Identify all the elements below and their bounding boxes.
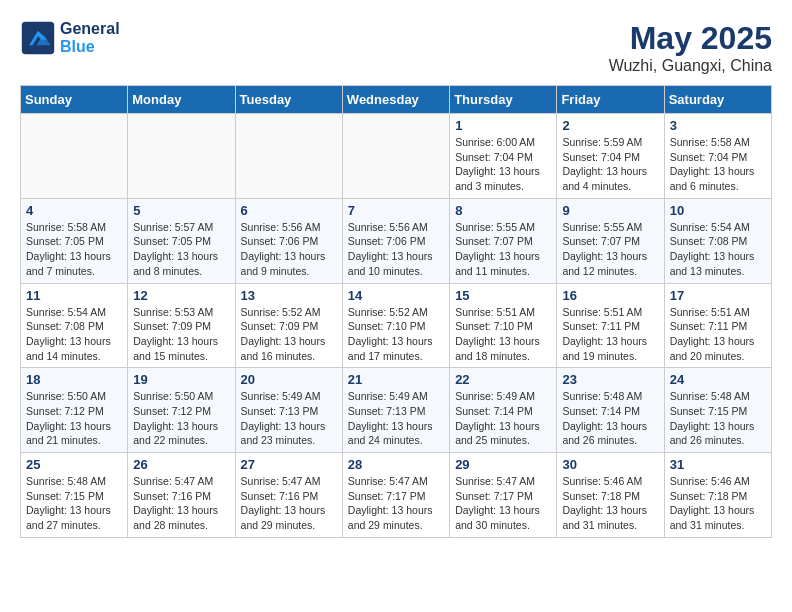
day-info: Sunrise: 5:51 AM Sunset: 7:11 PM Dayligh… [670, 305, 766, 364]
day-cell-23: 23Sunrise: 5:48 AM Sunset: 7:14 PM Dayli… [557, 368, 664, 453]
empty-cell [128, 114, 235, 199]
weekday-header-saturday: Saturday [664, 86, 771, 114]
day-number: 12 [133, 288, 229, 303]
day-info: Sunrise: 5:51 AM Sunset: 7:11 PM Dayligh… [562, 305, 658, 364]
page-header: General Blue May 2025 Wuzhi, Guangxi, Ch… [20, 20, 772, 75]
day-number: 30 [562, 457, 658, 472]
title-block: May 2025 Wuzhi, Guangxi, China [609, 20, 772, 75]
day-number: 26 [133, 457, 229, 472]
day-number: 21 [348, 372, 444, 387]
day-info: Sunrise: 5:48 AM Sunset: 7:15 PM Dayligh… [670, 389, 766, 448]
empty-cell [235, 114, 342, 199]
day-info: Sunrise: 5:53 AM Sunset: 7:09 PM Dayligh… [133, 305, 229, 364]
day-info: Sunrise: 5:52 AM Sunset: 7:09 PM Dayligh… [241, 305, 337, 364]
day-number: 1 [455, 118, 551, 133]
day-cell-8: 8Sunrise: 5:55 AM Sunset: 7:07 PM Daylig… [450, 198, 557, 283]
day-info: Sunrise: 5:48 AM Sunset: 7:14 PM Dayligh… [562, 389, 658, 448]
empty-cell [21, 114, 128, 199]
day-info: Sunrise: 5:55 AM Sunset: 7:07 PM Dayligh… [455, 220, 551, 279]
day-info: Sunrise: 5:54 AM Sunset: 7:08 PM Dayligh… [670, 220, 766, 279]
day-cell-6: 6Sunrise: 5:56 AM Sunset: 7:06 PM Daylig… [235, 198, 342, 283]
day-number: 16 [562, 288, 658, 303]
day-number: 23 [562, 372, 658, 387]
day-number: 18 [26, 372, 122, 387]
day-number: 13 [241, 288, 337, 303]
day-info: Sunrise: 5:47 AM Sunset: 7:17 PM Dayligh… [348, 474, 444, 533]
day-number: 28 [348, 457, 444, 472]
day-info: Sunrise: 5:52 AM Sunset: 7:10 PM Dayligh… [348, 305, 444, 364]
day-info: Sunrise: 5:55 AM Sunset: 7:07 PM Dayligh… [562, 220, 658, 279]
day-info: Sunrise: 5:47 AM Sunset: 7:16 PM Dayligh… [241, 474, 337, 533]
day-info: Sunrise: 5:59 AM Sunset: 7:04 PM Dayligh… [562, 135, 658, 194]
day-cell-26: 26Sunrise: 5:47 AM Sunset: 7:16 PM Dayli… [128, 453, 235, 538]
day-info: Sunrise: 5:50 AM Sunset: 7:12 PM Dayligh… [133, 389, 229, 448]
day-number: 14 [348, 288, 444, 303]
day-number: 20 [241, 372, 337, 387]
weekday-header-friday: Friday [557, 86, 664, 114]
day-number: 2 [562, 118, 658, 133]
day-cell-18: 18Sunrise: 5:50 AM Sunset: 7:12 PM Dayli… [21, 368, 128, 453]
empty-cell [342, 114, 449, 199]
day-cell-28: 28Sunrise: 5:47 AM Sunset: 7:17 PM Dayli… [342, 453, 449, 538]
day-info: Sunrise: 5:58 AM Sunset: 7:05 PM Dayligh… [26, 220, 122, 279]
day-info: Sunrise: 5:46 AM Sunset: 7:18 PM Dayligh… [670, 474, 766, 533]
day-cell-16: 16Sunrise: 5:51 AM Sunset: 7:11 PM Dayli… [557, 283, 664, 368]
day-number: 10 [670, 203, 766, 218]
day-info: Sunrise: 5:57 AM Sunset: 7:05 PM Dayligh… [133, 220, 229, 279]
day-number: 31 [670, 457, 766, 472]
day-number: 27 [241, 457, 337, 472]
day-info: Sunrise: 5:47 AM Sunset: 7:17 PM Dayligh… [455, 474, 551, 533]
week-row-2: 4Sunrise: 5:58 AM Sunset: 7:05 PM Daylig… [21, 198, 772, 283]
day-info: Sunrise: 5:56 AM Sunset: 7:06 PM Dayligh… [348, 220, 444, 279]
day-cell-10: 10Sunrise: 5:54 AM Sunset: 7:08 PM Dayli… [664, 198, 771, 283]
weekday-header-wednesday: Wednesday [342, 86, 449, 114]
day-number: 6 [241, 203, 337, 218]
weekday-header-thursday: Thursday [450, 86, 557, 114]
logo-text: General Blue [60, 20, 120, 56]
day-info: Sunrise: 5:54 AM Sunset: 7:08 PM Dayligh… [26, 305, 122, 364]
day-cell-20: 20Sunrise: 5:49 AM Sunset: 7:13 PM Dayli… [235, 368, 342, 453]
day-info: Sunrise: 5:47 AM Sunset: 7:16 PM Dayligh… [133, 474, 229, 533]
day-cell-24: 24Sunrise: 5:48 AM Sunset: 7:15 PM Dayli… [664, 368, 771, 453]
logo-icon [20, 20, 56, 56]
day-cell-13: 13Sunrise: 5:52 AM Sunset: 7:09 PM Dayli… [235, 283, 342, 368]
day-number: 9 [562, 203, 658, 218]
day-cell-14: 14Sunrise: 5:52 AM Sunset: 7:10 PM Dayli… [342, 283, 449, 368]
weekday-header-monday: Monday [128, 86, 235, 114]
day-cell-11: 11Sunrise: 5:54 AM Sunset: 7:08 PM Dayli… [21, 283, 128, 368]
day-cell-4: 4Sunrise: 5:58 AM Sunset: 7:05 PM Daylig… [21, 198, 128, 283]
day-cell-30: 30Sunrise: 5:46 AM Sunset: 7:18 PM Dayli… [557, 453, 664, 538]
day-cell-7: 7Sunrise: 5:56 AM Sunset: 7:06 PM Daylig… [342, 198, 449, 283]
month-title: May 2025 [609, 20, 772, 57]
day-cell-2: 2Sunrise: 5:59 AM Sunset: 7:04 PM Daylig… [557, 114, 664, 199]
day-number: 25 [26, 457, 122, 472]
day-number: 11 [26, 288, 122, 303]
day-cell-12: 12Sunrise: 5:53 AM Sunset: 7:09 PM Dayli… [128, 283, 235, 368]
day-info: Sunrise: 5:49 AM Sunset: 7:13 PM Dayligh… [241, 389, 337, 448]
day-cell-29: 29Sunrise: 5:47 AM Sunset: 7:17 PM Dayli… [450, 453, 557, 538]
week-row-5: 25Sunrise: 5:48 AM Sunset: 7:15 PM Dayli… [21, 453, 772, 538]
week-row-4: 18Sunrise: 5:50 AM Sunset: 7:12 PM Dayli… [21, 368, 772, 453]
weekday-header-row: SundayMondayTuesdayWednesdayThursdayFrid… [21, 86, 772, 114]
location: Wuzhi, Guangxi, China [609, 57, 772, 75]
day-number: 4 [26, 203, 122, 218]
day-number: 17 [670, 288, 766, 303]
svg-rect-0 [22, 22, 54, 54]
day-cell-21: 21Sunrise: 5:49 AM Sunset: 7:13 PM Dayli… [342, 368, 449, 453]
day-info: Sunrise: 5:46 AM Sunset: 7:18 PM Dayligh… [562, 474, 658, 533]
weekday-header-tuesday: Tuesday [235, 86, 342, 114]
weekday-header-sunday: Sunday [21, 86, 128, 114]
calendar: SundayMondayTuesdayWednesdayThursdayFrid… [20, 85, 772, 538]
day-info: Sunrise: 5:48 AM Sunset: 7:15 PM Dayligh… [26, 474, 122, 533]
day-number: 5 [133, 203, 229, 218]
day-info: Sunrise: 5:58 AM Sunset: 7:04 PM Dayligh… [670, 135, 766, 194]
day-info: Sunrise: 5:50 AM Sunset: 7:12 PM Dayligh… [26, 389, 122, 448]
week-row-3: 11Sunrise: 5:54 AM Sunset: 7:08 PM Dayli… [21, 283, 772, 368]
day-info: Sunrise: 6:00 AM Sunset: 7:04 PM Dayligh… [455, 135, 551, 194]
day-cell-15: 15Sunrise: 5:51 AM Sunset: 7:10 PM Dayli… [450, 283, 557, 368]
logo: General Blue [20, 20, 120, 56]
day-cell-1: 1Sunrise: 6:00 AM Sunset: 7:04 PM Daylig… [450, 114, 557, 199]
day-cell-31: 31Sunrise: 5:46 AM Sunset: 7:18 PM Dayli… [664, 453, 771, 538]
day-info: Sunrise: 5:49 AM Sunset: 7:14 PM Dayligh… [455, 389, 551, 448]
day-cell-19: 19Sunrise: 5:50 AM Sunset: 7:12 PM Dayli… [128, 368, 235, 453]
